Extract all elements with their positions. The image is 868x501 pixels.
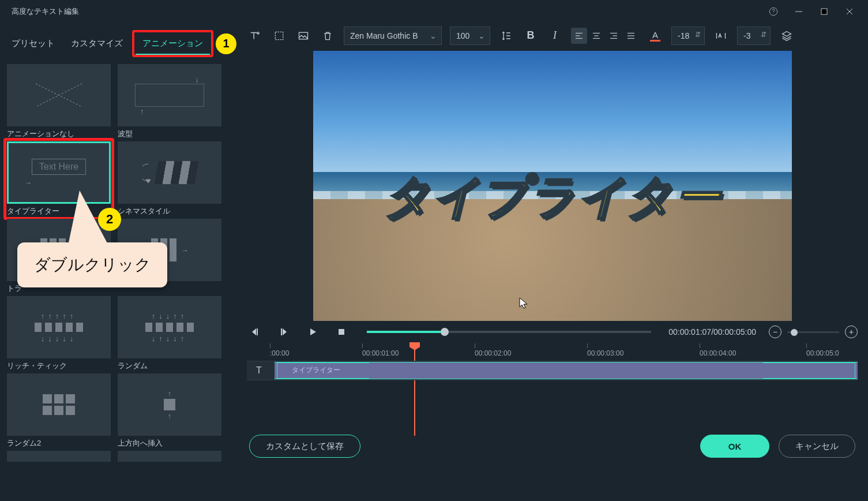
cursor-icon: [518, 297, 529, 309]
svg-rect-8: [275, 32, 283, 39]
zoom-slider[interactable]: [787, 331, 839, 333]
preview-canvas[interactable]: タイプライター: [313, 51, 792, 321]
slider-knob[interactable]: [441, 328, 449, 336]
preset-cinema[interactable]: シネマスタイル: [118, 141, 221, 216]
playback-bar: 00:00:01:07/00:00:05:00 − +: [236, 321, 868, 343]
left-panel: プリセット カスタマイズ アニメーション 1 アニメーションなし ↓↑ 波型: [0, 23, 236, 462]
timecode: 00:00:01:07/00:00:05:00: [668, 327, 756, 337]
line-height-icon[interactable]: [498, 28, 514, 44]
prev-frame-button[interactable]: [247, 324, 263, 340]
layers-icon[interactable]: [779, 28, 795, 44]
align-justify-button[interactable]: [623, 28, 639, 44]
svg-rect-25: [281, 328, 282, 335]
zoom-control: − +: [769, 326, 858, 338]
annotation-highlight-1: アニメーション: [132, 30, 213, 57]
playhead[interactable]: [414, 343, 415, 436]
save-custom-button[interactable]: カスタムとして保存: [249, 435, 360, 458]
help-icon[interactable]: [761, 0, 786, 23]
tab-animation[interactable]: アニメーション: [136, 33, 210, 55]
annotation-callout: ダブルクリック: [17, 242, 167, 287]
align-left-button[interactable]: [571, 28, 587, 44]
preset-wave[interactable]: ↓↑ 波型: [118, 64, 221, 139]
clip-handle-right[interactable]: [763, 362, 855, 379]
font-size-select[interactable]: 100: [450, 27, 490, 45]
next-frame-button[interactable]: [276, 324, 292, 340]
timeline-clip[interactable]: タイプライター: [275, 362, 858, 379]
preset-random[interactable]: ↑↓↓↑↑ ↓↑↓↓↑ ランダム: [118, 296, 221, 371]
preset-random2[interactable]: ランダム2: [7, 373, 111, 448]
letter-spacing-input[interactable]: -18: [671, 27, 705, 45]
zoom-out-button[interactable]: −: [769, 326, 781, 338]
annotation-badge-2: 2: [98, 208, 121, 231]
ok-button[interactable]: OK: [700, 435, 769, 458]
text-color-button[interactable]: A: [647, 28, 663, 44]
window-title: 高度なテキスト編集: [12, 6, 761, 17]
play-button[interactable]: [305, 324, 321, 340]
left-tabs: プリセット カスタマイズ アニメーション 1: [0, 23, 236, 62]
tab-preset[interactable]: プリセット: [5, 33, 62, 54]
preset-extra-1[interactable]: ↓: [7, 451, 111, 462]
maximize-button[interactable]: [811, 0, 837, 23]
kerning-icon[interactable]: [713, 28, 729, 44]
cancel-button[interactable]: キャンセル: [779, 435, 855, 458]
svg-rect-23: [257, 328, 258, 335]
italic-button[interactable]: I: [547, 28, 563, 44]
add-text-icon[interactable]: [247, 28, 263, 44]
align-group: [571, 28, 639, 44]
bold-button[interactable]: B: [523, 28, 539, 44]
svg-marker-22: [252, 328, 256, 335]
font-family-select[interactable]: Zen Maru Gothic B: [344, 27, 442, 45]
minimize-button[interactable]: [786, 0, 811, 23]
preset-extra-2[interactable]: ↓ ↓: [118, 451, 221, 462]
preview-text[interactable]: タイプライター: [313, 166, 792, 229]
stop-button[interactable]: [333, 324, 350, 340]
svg-rect-9: [299, 32, 308, 39]
clip-handle-left[interactable]: [277, 362, 369, 379]
timeline: :00:00 00:00:01:00 00:00:02:00 00:00:03:…: [236, 343, 868, 431]
track-text-icon: T: [247, 365, 271, 376]
preset-no-animation[interactable]: アニメーションなし: [7, 64, 111, 139]
zoom-in-button[interactable]: +: [845, 326, 858, 338]
select-icon[interactable]: [271, 28, 287, 44]
tab-customize[interactable]: カスタマイズ: [64, 33, 130, 54]
titlebar: 高度なテキスト編集: [0, 0, 868, 23]
delete-icon[interactable]: [320, 28, 336, 44]
image-icon[interactable]: [295, 28, 311, 44]
preset-rich-tick[interactable]: ↑↑↑↑↑ ↓↓↓↓↓ リッチ・ティック: [7, 296, 111, 371]
align-right-button[interactable]: [606, 28, 622, 44]
timeline-ruler[interactable]: :00:00 00:00:01:00 00:00:02:00 00:00:03:…: [247, 343, 858, 361]
close-button[interactable]: [837, 0, 862, 23]
timeline-text-track[interactable]: T タイプライター: [247, 361, 858, 380]
svg-rect-2: [821, 9, 827, 14]
playback-slider[interactable]: [367, 331, 651, 333]
align-center-button[interactable]: [588, 28, 604, 44]
annotation-badge-1: 1: [216, 33, 236, 54]
text-toolbar: Zen Maru Gothic B 100 B I A -18 -3: [236, 23, 868, 48]
footer: カスタムとして保存 OK キャンセル: [236, 431, 868, 462]
svg-marker-24: [283, 328, 287, 335]
svg-rect-27: [339, 329, 344, 335]
preset-insert-up[interactable]: ↑↑ 上方向へ挿入: [118, 373, 221, 448]
right-panel: Zen Maru Gothic B 100 B I A -18 -3 タイプライ…: [236, 23, 868, 462]
line-spacing-input[interactable]: -3: [737, 27, 771, 45]
svg-marker-26: [310, 328, 316, 335]
